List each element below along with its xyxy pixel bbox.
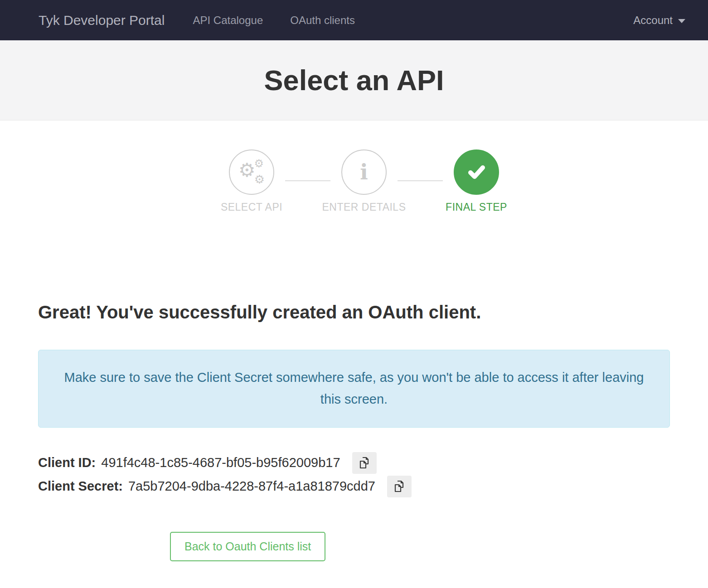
account-label: Account [633,14,673,27]
account-menu[interactable]: Account [633,14,685,27]
client-secret-value: 7a5b7204-9dba-4228-87f4-a1a81879cdd7 [128,479,375,494]
nav-links: API Catalogue OAuth clients [193,14,355,27]
copy-client-secret-button[interactable] [387,476,412,497]
stepper-connector [285,180,330,181]
check-icon [466,162,487,183]
success-heading: Great! You've successfully created an OA… [38,302,670,323]
main-content: Great! You've successfully created an OA… [0,302,708,561]
step-final-step-label: FINAL STEP [446,201,507,213]
credentials: Client ID: 491f4c48-1c85-4687-bf05-b95f6… [38,452,670,497]
step-select-api-circle: ⚙ ⚙ ⚙ [229,149,274,195]
client-id-label: Client ID: [38,455,96,470]
back-to-oauth-clients-button[interactable]: Back to Oauth Clients list [170,532,325,561]
client-secret-row: Client Secret: 7a5b7204-9dba-4228-87f4-a… [38,476,670,497]
client-id-row: Client ID: 491f4c48-1c85-4687-bf05-b95f6… [38,452,670,474]
copy-client-id-button[interactable] [352,452,377,474]
step-select-api-label: SELECT API [221,201,282,213]
copy-icon [393,480,406,493]
client-secret-label: Client Secret: [38,479,123,494]
nav-link-api-catalogue[interactable]: API Catalogue [193,14,263,27]
gear-icon: ⚙ [254,174,265,185]
chevron-down-icon [678,19,685,23]
wizard-stepper: ⚙ ⚙ ⚙ SELECT API i ENTER DETAILS FINAL S… [10,149,708,213]
info-icon: i [360,162,368,183]
step-select-api: ⚙ ⚙ ⚙ SELECT API [229,149,274,213]
gear-icon: ⚙ [254,158,264,169]
step-enter-details-circle: i [341,149,387,195]
secret-warning-text: Make sure to save the Client Secret some… [64,370,644,406]
step-final-step-circle [454,149,499,195]
step-final-step: FINAL STEP [454,149,499,213]
client-id-value: 491f4c48-1c85-4687-bf05-b95f62009b17 [101,455,340,470]
nav-link-oauth-clients[interactable]: OAuth clients [290,14,355,27]
step-enter-details-label: ENTER DETAILS [322,201,406,213]
navbar: Tyk Developer Portal API Catalogue OAuth… [0,0,708,40]
page-header: Select an API [0,40,708,120]
gears-icon: ⚙ ⚙ ⚙ [238,160,265,184]
stepper-connector [398,180,443,181]
copy-icon [358,456,371,470]
gear-icon: ⚙ [238,161,256,180]
step-enter-details: i ENTER DETAILS [341,149,387,213]
secret-warning-alert: Make sure to save the Client Secret some… [38,350,670,428]
brand-link[interactable]: Tyk Developer Portal [39,13,165,28]
page-title: Select an API [264,64,444,96]
